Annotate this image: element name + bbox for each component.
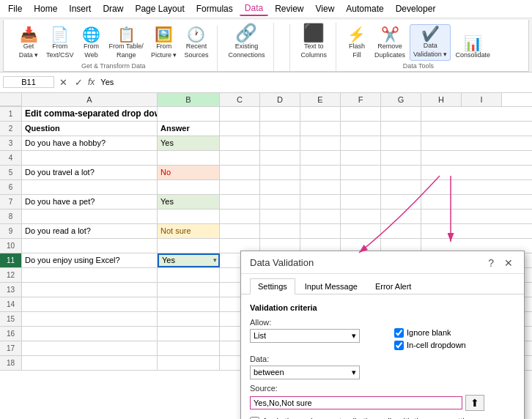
cell-b8[interactable]: [158, 210, 220, 223]
cell-b2[interactable]: Answer: [158, 122, 220, 136]
cell-g1[interactable]: [381, 107, 421, 121]
dialog-help-button[interactable]: ?: [486, 257, 496, 269]
cell-a4[interactable]: [22, 151, 158, 165]
cell-d3[interactable]: [260, 136, 300, 150]
cell-b7[interactable]: Yes: [158, 195, 220, 209]
cell-b6[interactable]: [158, 180, 220, 194]
from-table-button[interactable]: 📋 From Table/ Range: [106, 26, 147, 61]
cell-f1[interactable]: [341, 107, 381, 121]
dialog-tab-input-message[interactable]: Input Message: [297, 278, 366, 294]
cell-f7[interactable]: [341, 195, 381, 209]
cell-a5[interactable]: Do you travel a lot?: [22, 166, 158, 179]
apply-all-checkbox[interactable]: [250, 417, 259, 419]
cell-f2[interactable]: [341, 122, 381, 136]
menu-draw[interactable]: Draw: [97, 2, 128, 15]
cell-e3[interactable]: [300, 136, 341, 150]
cell-g7[interactable]: [381, 195, 421, 209]
source-collapse-button[interactable]: ⬆: [465, 395, 484, 411]
cell-e8[interactable]: [300, 210, 341, 223]
flash-fill-button[interactable]: ⚡ Flash Fill: [344, 26, 370, 61]
cell-c3[interactable]: [220, 136, 260, 150]
cell-g9[interactable]: [381, 224, 421, 238]
cell-e5[interactable]: [300, 166, 341, 179]
cell-g5[interactable]: [381, 166, 421, 179]
cell-g8[interactable]: [381, 210, 421, 223]
menu-view[interactable]: View: [311, 2, 340, 15]
menu-developer[interactable]: Developer: [391, 2, 441, 15]
cell-a2[interactable]: Question: [22, 122, 158, 136]
menu-page-layout[interactable]: Page Layout: [130, 2, 189, 15]
cell-e6[interactable]: [300, 180, 341, 194]
menu-home[interactable]: Home: [29, 2, 62, 15]
cell-f9[interactable]: [341, 224, 381, 238]
cell-b1[interactable]: [158, 107, 220, 121]
dialog-tab-error-alert[interactable]: Error Alert: [367, 278, 420, 294]
text-to-columns-button[interactable]: ⬛ Text to Columns: [298, 23, 330, 61]
cell-c5[interactable]: [220, 166, 260, 179]
cell-f6[interactable]: [341, 180, 381, 194]
cell-d9[interactable]: [260, 224, 300, 238]
cell-g6[interactable]: [381, 180, 421, 194]
dialog-tab-settings[interactable]: Settings: [250, 278, 295, 294]
cell-g2[interactable]: [381, 122, 421, 136]
existing-connections-button[interactable]: 🔗 Existing Connections: [225, 23, 267, 61]
cell-f8[interactable]: [341, 210, 381, 223]
dialog-close-button[interactable]: ✕: [502, 257, 515, 269]
cell-e9[interactable]: [300, 224, 341, 238]
cell-c6[interactable]: [220, 180, 260, 194]
cell-c8[interactable]: [220, 210, 260, 223]
from-picture-button[interactable]: 🖼️ From Picture ▾: [148, 26, 180, 61]
cell-a10[interactable]: [22, 239, 158, 253]
ignore-blank-checkbox[interactable]: [394, 328, 404, 338]
cell-c2[interactable]: [220, 122, 260, 136]
cell-b10[interactable]: [158, 239, 220, 253]
cell-c9[interactable]: [220, 224, 260, 238]
menu-data[interactable]: Data: [240, 1, 268, 16]
cell-a6[interactable]: [22, 180, 158, 194]
cell-b11[interactable]: Yes ▾: [158, 253, 220, 267]
cell-a11[interactable]: Do you enjoy using Excel?: [22, 253, 158, 267]
from-web-button[interactable]: 🌐 From Web: [78, 26, 105, 61]
cell-a1[interactable]: Edit comma-separated drop down list: [22, 107, 158, 121]
cell-g3[interactable]: [381, 136, 421, 150]
dropdown-arrow-icon[interactable]: ▾: [213, 256, 217, 264]
cell-a8[interactable]: [22, 210, 158, 223]
cell-d1[interactable]: [260, 107, 300, 121]
cell-f4[interactable]: [341, 151, 381, 165]
cell-d4[interactable]: [260, 151, 300, 165]
remove-duplicates-button[interactable]: ✂️ Remove Duplicates: [372, 26, 408, 61]
recent-sources-button[interactable]: 🕐 Recent Sources: [181, 26, 211, 61]
cell-b9[interactable]: Not sure: [158, 224, 220, 238]
cell-f3[interactable]: [341, 136, 381, 150]
cell-d6[interactable]: [260, 180, 300, 194]
formula-input[interactable]: [97, 77, 529, 87]
cell-c7[interactable]: [220, 195, 260, 209]
data-validation-dialog[interactable]: Data Validation ? ✕ Settings Input Messa…: [240, 251, 525, 419]
from-text-csv-button[interactable]: 📄 From Text/CSV: [43, 26, 77, 61]
menu-automate[interactable]: Automate: [341, 2, 388, 15]
in-cell-dropdown-checkbox[interactable]: [394, 341, 404, 350]
formula-confirm-icon[interactable]: ✓: [73, 76, 85, 89]
data-select[interactable]: between ▾: [250, 366, 360, 379]
source-input[interactable]: [250, 396, 462, 409]
cell-d7[interactable]: [260, 195, 300, 209]
consolidate-button[interactable]: 📊 Consolidate: [452, 34, 493, 61]
cell-d5[interactable]: [260, 166, 300, 179]
cell-e1[interactable]: [300, 107, 341, 121]
cell-c4[interactable]: [220, 151, 260, 165]
cell-g4[interactable]: [381, 151, 421, 165]
cell-e7[interactable]: [300, 195, 341, 209]
cell-f5[interactable]: [341, 166, 381, 179]
get-data-button[interactable]: 📥 Get Data ▾: [15, 26, 42, 61]
menu-review[interactable]: Review: [270, 2, 309, 15]
cell-a9[interactable]: Do you read a lot?: [22, 224, 158, 238]
allow-select[interactable]: List ▾: [250, 329, 360, 343]
menu-insert[interactable]: Insert: [64, 2, 96, 15]
cell-e4[interactable]: [300, 151, 341, 165]
data-validation-button[interactable]: ✔️ Data Validation ▾: [410, 24, 451, 61]
cell-e2[interactable]: [300, 122, 341, 136]
cell-d8[interactable]: [260, 210, 300, 223]
cell-a3[interactable]: Do you have a hobby?: [22, 136, 158, 150]
cell-a7[interactable]: Do you have a pet?: [22, 195, 158, 209]
menu-formulas[interactable]: Formulas: [191, 2, 238, 15]
